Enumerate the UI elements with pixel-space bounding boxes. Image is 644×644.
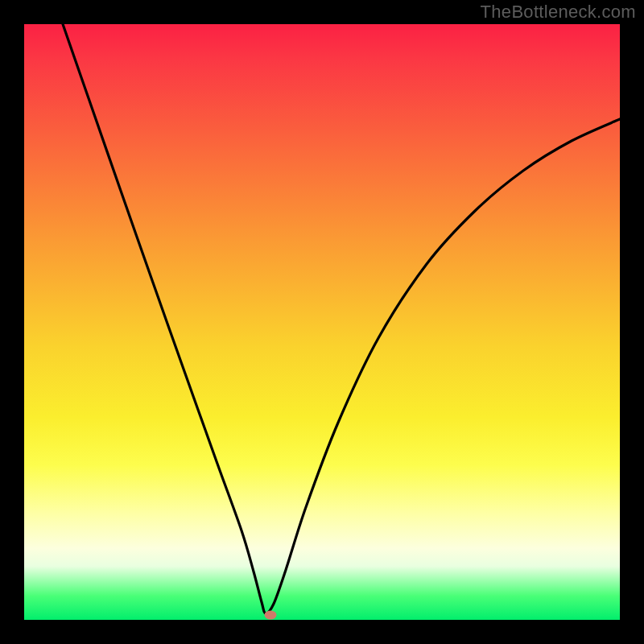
bottleneck-curve [63,24,620,613]
chart-frame: TheBottleneck.com [0,0,644,644]
curve-svg [24,24,620,620]
watermark-text: TheBottleneck.com [481,2,636,23]
plot-area [24,24,620,620]
optimal-point-marker [265,611,277,620]
